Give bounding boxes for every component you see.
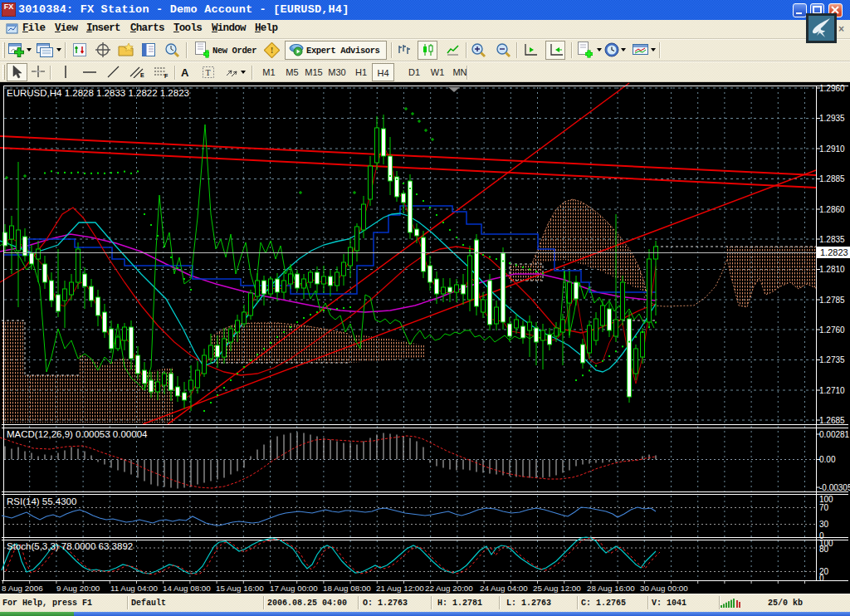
svg-text:9 Aug 20:00: 9 Aug 20:00: [56, 584, 100, 593]
svg-text:E: E: [140, 72, 144, 78]
svg-text:1.2710: 1.2710: [819, 386, 845, 395]
svg-text:1.2935: 1.2935: [819, 114, 845, 123]
svg-text:1.2860: 1.2860: [819, 205, 845, 214]
svg-text:25 Aug 12:00: 25 Aug 12:00: [533, 584, 581, 593]
svg-text:0.00281: 0.00281: [819, 430, 850, 439]
svg-text:1.2910: 1.2910: [819, 144, 845, 154]
svg-text:0.00: 0.00: [819, 455, 836, 464]
svg-text:1.2810: 1.2810: [819, 265, 845, 274]
svg-text:70: 70: [819, 503, 829, 512]
svg-text:-0.00305: -0.00305: [819, 483, 850, 492]
svg-text:30 Aug 00:00: 30 Aug 00:00: [640, 584, 688, 593]
svg-text:21 Aug 12:00: 21 Aug 12:00: [376, 584, 424, 593]
svg-text:1.2823: 1.2823: [820, 247, 848, 257]
svg-text:RSI(14) 55.4300: RSI(14) 55.4300: [7, 496, 76, 506]
svg-text:8 Aug 2006: 8 Aug 2006: [2, 584, 43, 593]
svg-text:1.2885: 1.2885: [819, 174, 845, 183]
svg-text:28 Aug 16:00: 28 Aug 16:00: [587, 584, 635, 593]
svg-text:!: !: [271, 45, 274, 55]
svg-text:F: F: [164, 73, 169, 78]
svg-text:24 Aug 04:00: 24 Aug 04:00: [480, 584, 528, 593]
svg-text:17 Aug 00:00: 17 Aug 00:00: [270, 584, 318, 593]
svg-text:22 Aug 20:00: 22 Aug 20:00: [425, 584, 473, 593]
svg-text:EURUSD,H4 1.2828 1.2833 1.282: EURUSD,H4 1.2828 1.2833 1.2822 1.2823: [7, 88, 189, 98]
svg-text:14 Aug 08:00: 14 Aug 08:00: [163, 584, 211, 593]
svg-text:11 Aug 04:00: 11 Aug 04:00: [110, 584, 159, 593]
svg-text:1.2785: 1.2785: [819, 296, 845, 305]
svg-text:18 Aug 08:00: 18 Aug 08:00: [323, 584, 371, 593]
svg-text:MACD(12,26,9) 0.00053 0.00004: MACD(12,26,9) 0.00053 0.00004: [7, 429, 148, 439]
svg-text:1.2735: 1.2735: [819, 355, 845, 364]
svg-text:0: 0: [819, 574, 824, 583]
svg-text:15 Aug 16:00: 15 Aug 16:00: [216, 584, 264, 593]
svg-text:T: T: [206, 68, 211, 77]
svg-text:100: 100: [819, 495, 833, 504]
svg-text:1.2835: 1.2835: [819, 235, 845, 244]
svg-text:Stoch(5,3,3) 78.0000 63.3892: Stoch(5,3,3) 78.0000 63.3892: [7, 541, 133, 551]
svg-text:1.2685: 1.2685: [819, 416, 845, 425]
svg-text:1.2760: 1.2760: [819, 325, 845, 335]
svg-text:30: 30: [819, 520, 829, 529]
svg-text:80: 80: [819, 545, 829, 554]
svg-text:1.2960: 1.2960: [819, 84, 845, 93]
